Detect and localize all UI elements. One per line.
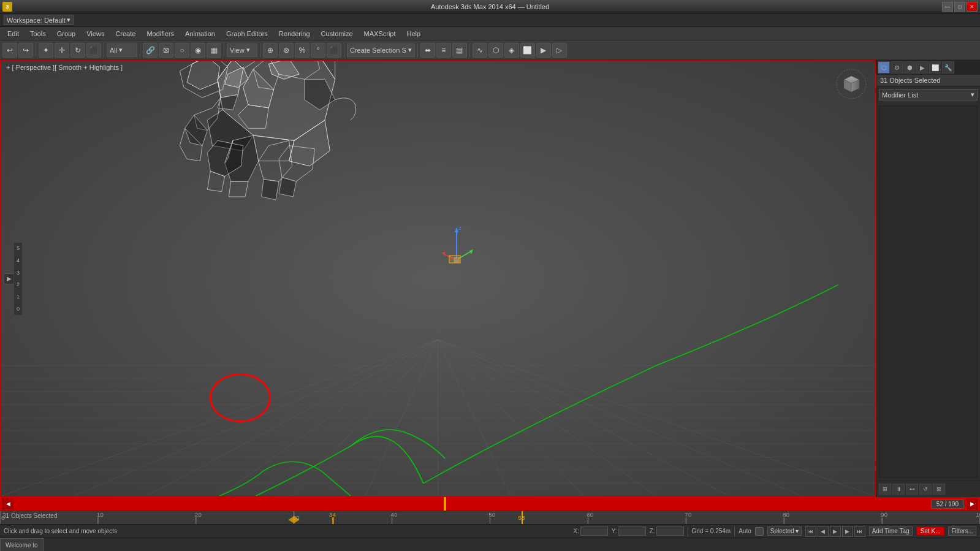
maximize-button[interactable]: □ [954, 2, 965, 12]
panel-tab-hierarchy[interactable]: ⬢ [903, 61, 916, 74]
panel-icon-4[interactable]: ↺ [919, 484, 932, 495]
menu-animation[interactable]: Animation [180, 29, 220, 39]
timeline-next-btn[interactable]: ▶ [967, 498, 978, 509]
panel-tab-modify[interactable]: ⚙ [891, 61, 903, 74]
svg-line-19 [438, 340, 584, 496]
reference-coord-label: All [110, 47, 117, 54]
z-input[interactable] [656, 526, 684, 536]
svg-line-11 [1, 340, 438, 496]
minimize-button[interactable]: — [942, 2, 953, 12]
viewport-label: + [ Perspective ][ Smooth + Highlights ] [6, 64, 123, 71]
ruler-svg: 0 10 20 30 34 40 50 53 60 70 80 90 100 [0, 511, 980, 525]
prev-frame-btn[interactable]: ◀ [818, 526, 829, 537]
y-input[interactable] [618, 526, 646, 536]
snap-btn4[interactable]: ° [311, 43, 325, 58]
menu-graph-editors[interactable]: Graph Editors [221, 29, 273, 39]
set-key-btn[interactable]: Set K... [916, 526, 945, 536]
x-coord-field: X: [573, 526, 607, 536]
toolbar-separator-6 [344, 44, 344, 57]
hint-text: Click and drag to select and move object… [4, 528, 569, 534]
separator-v1 [688, 526, 688, 536]
selection-mode-dropdown[interactable]: Selected ▾ [767, 526, 802, 536]
timeline-prev-btn[interactable]: ◀ [2, 498, 13, 509]
x-input[interactable] [580, 526, 608, 536]
undo-button[interactable]: ↩ [2, 43, 17, 58]
circle-button[interactable]: ◉ [191, 43, 205, 58]
layer-button[interactable]: ▤ [452, 43, 467, 58]
panel-tab-utilities[interactable]: 🔧 [942, 61, 954, 74]
welcome-tab-label: Welcome to [6, 542, 38, 549]
menu-modifiers[interactable]: Modifiers [142, 29, 179, 39]
square-button[interactable]: ▦ [207, 43, 221, 58]
select-button[interactable]: ✦ [39, 43, 53, 58]
menu-customize[interactable]: Customize [316, 29, 358, 39]
close-button[interactable]: ✕ [967, 2, 978, 12]
render-setup-button[interactable]: ⬜ [520, 43, 535, 58]
panel-tab-display[interactable]: ⬜ [929, 61, 941, 74]
move-button[interactable]: ✛ [55, 43, 69, 58]
snap-btn2[interactable]: ⊗ [279, 43, 294, 58]
timeline-ruler[interactable]: 0 10 20 30 34 40 50 53 60 70 80 90 100 3… [0, 511, 980, 524]
add-time-tag-btn[interactable]: Add Time Tag [869, 526, 913, 536]
play-btn[interactable]: ▶ [830, 526, 841, 537]
create-selection-dropdown[interactable]: Create Selection S ▾ [347, 44, 415, 57]
svg-text:80: 80 [783, 511, 789, 517]
bottom-bar: Welcome to [0, 538, 980, 551]
menu-help[interactable]: Help [402, 29, 426, 39]
panel-icon-2[interactable]: ⏸ [892, 484, 905, 495]
goto-start-btn[interactable]: ⏮ [805, 526, 816, 537]
title-bar: 3 Autodesk 3ds Max 2014 x64 — Untitled —… [0, 0, 980, 13]
viewport-mode-dropdown[interactable]: View ▾ [227, 44, 257, 57]
reference-coord-dropdown[interactable]: All ▾ [107, 44, 137, 57]
unlink-button[interactable]: ⊠ [159, 43, 173, 58]
modifier-list-dropdown[interactable]: Modifier List ▾ [879, 89, 978, 101]
y-coord-field: Y: [612, 526, 646, 536]
timeline-playhead [444, 497, 446, 511]
toolbar-separator-1 [36, 44, 36, 57]
selection-mode-label: Selected [770, 528, 794, 534]
snap-btn5[interactable]: ⬛ [327, 43, 341, 58]
mirror-button[interactable]: ⬌ [420, 43, 435, 58]
auto-label: Auto [739, 528, 751, 534]
workspace-dropdown[interactable]: Workspace: Default ▾ [4, 15, 74, 25]
goto-end-btn[interactable]: ⏭ [854, 526, 865, 537]
filters-btn[interactable]: Filters... [948, 526, 976, 536]
curve-editor-button[interactable]: ∿ [473, 43, 487, 58]
panel-icon-5[interactable]: ⊠ [933, 484, 945, 495]
timeline-track[interactable] [13, 497, 929, 511]
panel-tab-create[interactable]: ⬡ [878, 61, 890, 74]
separator-v2 [734, 526, 735, 536]
welcome-tab[interactable]: Welcome to [0, 538, 44, 551]
menu-tools[interactable]: Tools [25, 29, 51, 39]
panel-icon-1[interactable]: ⊞ [879, 484, 891, 495]
material-button[interactable]: ◈ [504, 43, 519, 58]
schematic-button[interactable]: ⬡ [488, 43, 503, 58]
right-panel-tabs: ⬡ ⚙ ⬢ ▶ ⬜ 🔧 [876, 60, 980, 75]
bind-button[interactable]: ○ [175, 43, 189, 58]
svg-marker-33 [184, 115, 207, 146]
menu-rendering[interactable]: Rendering [274, 29, 315, 39]
rotate-button[interactable]: ↻ [70, 43, 85, 58]
menu-group[interactable]: Group [52, 29, 81, 39]
render-last-button[interactable]: ▷ [552, 43, 567, 58]
link-button[interactable]: 🔗 [143, 43, 158, 58]
toolbar-separator-4 [224, 44, 224, 57]
svg-line-23 [438, 340, 875, 496]
next-frame-btn[interactable]: ▶ [842, 526, 853, 537]
menu-views[interactable]: Views [82, 29, 109, 39]
panel-icon-3[interactable]: ⊷ [906, 484, 918, 495]
snap-btn1[interactable]: ⊕ [263, 43, 278, 58]
menu-maxscript[interactable]: MAXScript [359, 29, 401, 39]
nav-cube-svg [835, 67, 868, 101]
redo-button[interactable]: ↪ [18, 43, 33, 58]
panel-tab-motion[interactable]: ▶ [916, 61, 929, 74]
navigation-cube[interactable] [835, 67, 868, 101]
render-frame-button[interactable]: ▶ [536, 43, 551, 58]
scale-button[interactable]: ⬛ [86, 43, 101, 58]
auto-key-toggle[interactable] [755, 527, 764, 536]
align-button[interactable]: ≡ [436, 43, 451, 58]
menu-edit[interactable]: Edit [2, 29, 24, 39]
snap-btn3[interactable]: % [295, 43, 310, 58]
viewport[interactable]: + [ Perspective ][ Smooth + Highlights ] [0, 60, 876, 497]
menu-create[interactable]: Create [110, 29, 140, 39]
